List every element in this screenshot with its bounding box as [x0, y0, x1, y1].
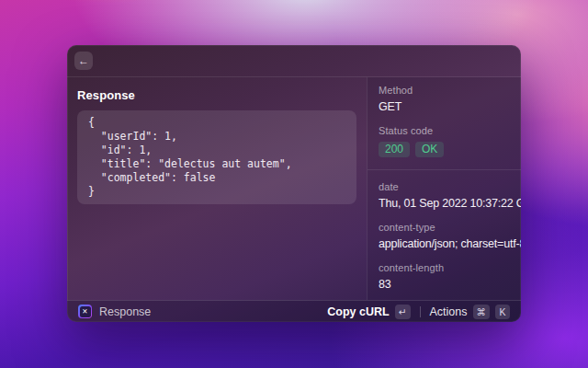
header-label: content-type — [379, 222, 510, 233]
code-line: "id": 1, — [88, 144, 345, 157]
code-line: "completed": false — [88, 171, 345, 185]
response-title: Response — [77, 88, 356, 102]
extension-icon-glyph: ✕ — [80, 306, 91, 317]
action-bar: ✕ Response Copy cURL ↵ Actions ⌘ K — [67, 300, 521, 322]
code-line: "title": "delectus aut autem", — [88, 157, 345, 171]
command-key-icon: ⌘ — [473, 305, 491, 319]
app-window: ← Response { "userId": 1, "id": 1, "titl… — [67, 45, 521, 322]
back-icon: ← — [78, 52, 89, 70]
header-row-content-type: content-type application/json; charset=u… — [379, 222, 510, 250]
status-text-badge: OK — [415, 142, 444, 157]
desktop-wallpaper: { "colors": { "status_green": "#50cd8f" … — [0, 0, 588, 368]
status-code-badge: 200 — [379, 142, 410, 157]
status-group: Status code 200 OK — [379, 125, 510, 157]
footer-context-label: Response — [99, 305, 151, 318]
window-header: ← — [67, 45, 521, 77]
response-json-block: { "userId": 1, "id": 1, "title": "delect… — [77, 110, 356, 204]
footer-separator — [420, 306, 421, 317]
footer-actions: Copy cURL ↵ Actions ⌘ K — [327, 305, 510, 319]
header-value: application/json; charset=utf-8 — [379, 237, 510, 250]
method-value: GET — [379, 100, 510, 113]
header-label: content-length — [379, 262, 510, 273]
copy-curl-button[interactable]: Copy cURL ↵ — [327, 305, 410, 319]
method-group: Method GET — [379, 85, 510, 113]
copy-curl-label: Copy cURL — [327, 305, 389, 318]
code-line: "userId": 1, — [88, 130, 345, 144]
k-key-icon: K — [495, 305, 510, 319]
code-line: } — [88, 185, 345, 199]
header-row-content-length: content-length 83 — [379, 262, 510, 291]
window-main: Response { "userId": 1, "id": 1, "title"… — [67, 77, 521, 300]
back-button[interactable]: ← — [74, 52, 93, 70]
code-line: { — [88, 116, 345, 130]
method-label: Method — [379, 85, 510, 96]
header-label: date — [379, 181, 510, 192]
sidebar-divider — [368, 169, 521, 170]
extension-icon: ✕ — [78, 305, 92, 318]
actions-menu-button[interactable]: Actions ⌘ K — [430, 305, 511, 319]
status-badges: 200 OK — [379, 142, 510, 157]
header-value: 83 — [379, 278, 510, 291]
header-row-date: date Thu, 01 Sep 2022 10:37:22 G... — [379, 181, 510, 210]
header-value: Thu, 01 Sep 2022 10:37:22 G... — [379, 197, 510, 210]
response-panel: Response { "userId": 1, "id": 1, "title"… — [67, 77, 367, 300]
return-key-icon: ↵ — [395, 305, 411, 319]
actions-label: Actions — [430, 305, 468, 318]
details-panel: Method GET Status code 200 OK date Thu, … — [367, 77, 521, 300]
status-code-label: Status code — [379, 125, 510, 136]
footer-context: ✕ Response — [78, 305, 151, 318]
